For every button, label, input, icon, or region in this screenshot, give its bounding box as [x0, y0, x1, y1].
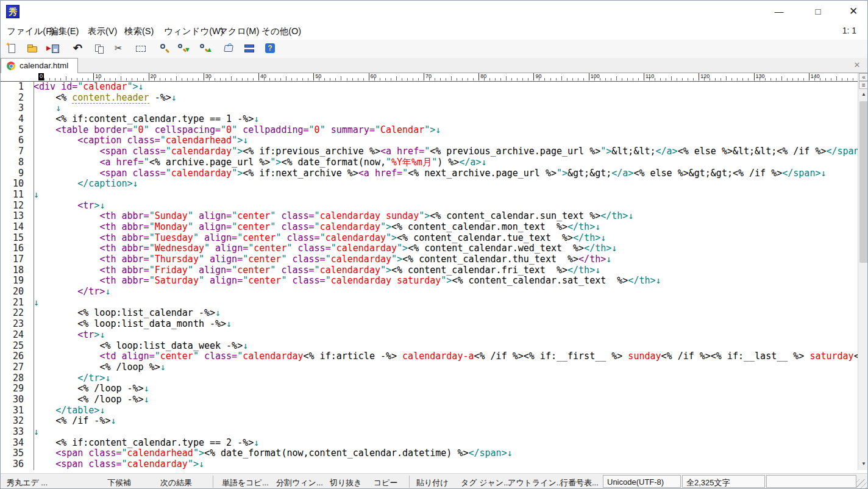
code-line: 23 <% loop:list_data_month -%>↓	[1, 319, 858, 330]
scrollbar-thumb[interactable]	[859, 101, 868, 263]
status-next-result[interactable]: 次の結果	[160, 477, 192, 488]
status-tag-jump[interactable]: タグ ジャン...	[461, 477, 510, 488]
ruler-label-60: 60	[369, 73, 377, 80]
line-number: 24	[1, 330, 29, 341]
tab-calendar-html[interactable]: calendar.html	[1, 58, 78, 73]
line-number: 5	[1, 125, 29, 136]
line-number: 4	[1, 114, 29, 125]
line-number: 35	[1, 448, 29, 459]
line-number: 36	[1, 459, 29, 470]
statusbar-separator	[409, 476, 410, 488]
minimize-button[interactable]: —	[765, 3, 793, 20]
code-line: 34 <% if:content_calendar.type == 2 -%>↓	[1, 438, 858, 449]
code-text: <% if:content_calendar.type == 1 -%>↓	[29, 114, 259, 125]
tab-close-icon[interactable]: ✕	[852, 60, 863, 71]
resize-grip[interactable]	[856, 479, 867, 489]
line-number: 31	[1, 405, 29, 416]
save-button[interactable]: ▶	[47, 42, 60, 55]
undo-button[interactable]: ↶	[73, 42, 86, 55]
code-text: <div id="calendar">↓	[29, 82, 144, 93]
marquee-icon	[136, 46, 146, 52]
scroll-up-arrow[interactable]: ▲	[859, 90, 868, 99]
maximize-button[interactable]: □	[804, 3, 832, 20]
help-button[interactable]: ?	[264, 42, 277, 55]
line-number: 25	[1, 341, 29, 352]
vertical-scrollbar: « ≡ ▲ ▼	[858, 73, 868, 470]
paste-button[interactable]	[135, 42, 148, 55]
status-hidemaru-editor[interactable]: 秀丸エデ ...	[7, 477, 48, 488]
outline-toggle-button[interactable]: ≡	[859, 81, 868, 89]
ruler-label-0: 0	[38, 73, 44, 80]
menu-view[interactable]: 表示(V)	[88, 26, 117, 37]
ruler-mid-ticks	[38, 76, 858, 80]
menu-other[interactable]: その他(O)	[261, 26, 301, 37]
line-number: 23	[1, 319, 29, 330]
search-next-button[interactable]: ▼	[177, 42, 191, 55]
code-line: 17 <th abbr="Thursday" align="center" cl…	[1, 254, 858, 265]
status-split-window[interactable]: 分割ウィン...	[276, 477, 323, 488]
code-line: 35 <span class="calendarhead"><% date_fo…	[1, 448, 858, 459]
code-line: 31 </table>↓	[1, 405, 858, 416]
open-file-button[interactable]	[26, 42, 40, 55]
code-text: <table border="0" cellspacing="0" cellpa…	[29, 125, 441, 136]
status-cut[interactable]: 切り抜き	[330, 477, 362, 488]
hidemaru-editor-window: 秀 — □ ✕ 1: 1 ファイル(F)編集(E)表示(V)検索(S)ウィンドウ…	[0, 0, 868, 489]
tab-bar: calendar.html ✕	[1, 58, 867, 73]
code-text: <% /loop %>↓	[29, 362, 166, 373]
encoding-indicator[interactable]: Unicode(UTF-8)	[603, 475, 681, 488]
char-count-indicator[interactable]: 全2,325文字	[682, 475, 765, 488]
code-text: <span class="calendarhead"><% date_forma…	[29, 448, 513, 459]
code-text: <span class="calendarday"><% if:previous…	[29, 146, 858, 157]
menu-edit[interactable]: 編集(E)	[49, 26, 79, 37]
line-number: 14	[1, 222, 29, 233]
status-empty-box[interactable]	[766, 475, 856, 488]
code-text: <span class="calendarday">↓	[29, 459, 204, 470]
cut-button[interactable]: ✂	[114, 42, 127, 55]
code-line: 9 <span class="calendarday"><% if:next_a…	[1, 168, 858, 179]
ruler-label-20: 20	[149, 73, 157, 80]
code-area[interactable]: 1<div id="calendar">↓2 <% content.header…	[1, 82, 858, 470]
code-text: <% loop:list_calendar -%>↓	[29, 308, 221, 319]
new-file-button[interactable]: ✦	[5, 42, 19, 55]
ruler-label-130: 130	[754, 73, 765, 80]
copy-button[interactable]	[93, 42, 107, 55]
ruler-label-40: 40	[258, 73, 266, 80]
status-outline[interactable]: アウトライン...	[508, 477, 563, 488]
ruler-collapse-button[interactable]: «	[859, 73, 868, 81]
code-text: <caption class="calendarhead">↓	[29, 135, 248, 146]
line-number: 16	[1, 243, 29, 254]
status-line-number[interactable]: 行番号表...	[560, 477, 599, 488]
scroll-down-arrow[interactable]: ▼	[859, 459, 868, 469]
code-line: 3 ↓	[1, 103, 858, 114]
code-line: 19 <th abbr="Saturday" align="center" cl…	[1, 276, 858, 287]
code-text: <span class="calendarday"><% if:next_arc…	[29, 168, 827, 179]
status-copy[interactable]: コピー	[374, 477, 398, 488]
close-button[interactable]: ✕	[839, 3, 867, 20]
code-line: 6 <caption class="calendarhead">↓	[1, 135, 858, 146]
code-text: <th abbr="Thursday" align="center" class…	[29, 254, 611, 265]
code-line: 8 <a href="<% archive.page_url %>"><% da…	[1, 157, 858, 168]
ruler-label-10: 10	[93, 73, 101, 80]
line-number: 11	[1, 190, 29, 201]
ruler-label-80: 80	[478, 73, 486, 80]
undo-icon: ↶	[73, 41, 82, 55]
ruler-label-90: 90	[533, 73, 541, 80]
code-line: 20 </tr>↓	[1, 287, 858, 298]
save-icon: ▶	[46, 45, 51, 51]
code-line: 2 <% content.header -%>↓	[1, 93, 858, 104]
search-button[interactable]	[158, 42, 171, 55]
ruler-label-30: 30	[204, 73, 212, 80]
search-prev-button[interactable]: ▲	[199, 42, 213, 55]
menu-window[interactable]: ウィンドウ(W)	[164, 26, 224, 37]
code-line: 15 <th abbr="Tuesday" align="center" cla…	[1, 233, 858, 244]
menu-macro[interactable]: マクロ(M)	[219, 26, 259, 37]
status-copy-word[interactable]: 単語をコピ...	[222, 477, 269, 488]
status-next-candidate[interactable]: 下候補	[107, 477, 131, 488]
menu-file[interactable]: ファイル(F)	[7, 26, 54, 37]
code-line: 30 <% /loop -%>↓	[1, 394, 858, 405]
menu-search[interactable]: 検索(S)	[124, 26, 154, 37]
code-line: 36 <span class="calendarday">↓	[1, 459, 858, 470]
status-paste[interactable]: 貼り付け	[416, 477, 449, 488]
replace-button[interactable]	[222, 42, 236, 55]
split-window-button[interactable]	[243, 42, 257, 55]
